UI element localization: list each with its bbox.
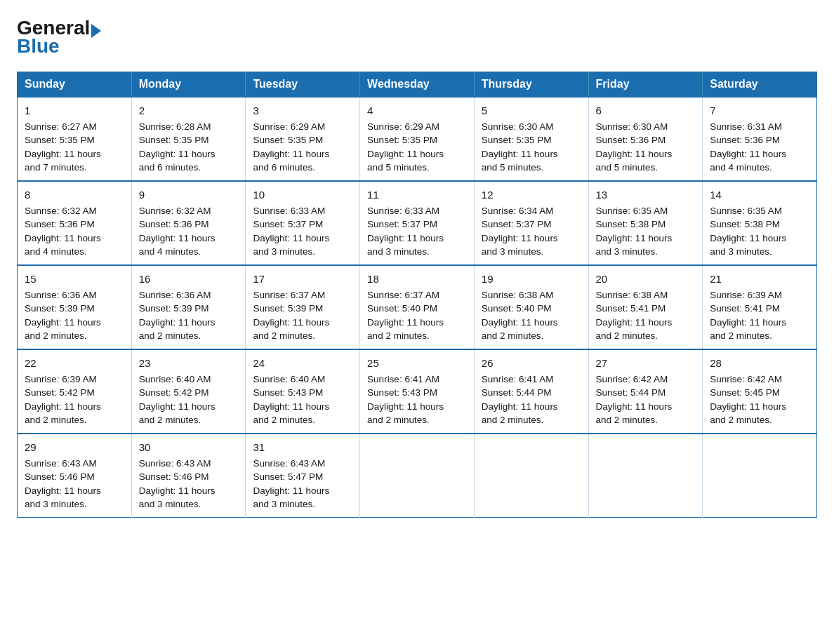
weekday-header-monday: Monday (131, 72, 246, 98)
calendar-cell: 25Sunrise: 6:41 AMSunset: 5:43 PMDayligh… (360, 349, 475, 434)
weekday-header-sunday: Sunday (18, 72, 132, 98)
calendar-cell: 13Sunrise: 6:35 AMSunset: 5:38 PMDayligh… (588, 181, 703, 265)
calendar-cell: 16Sunrise: 6:36 AMSunset: 5:39 PMDayligh… (131, 265, 246, 349)
weekday-header-saturday: Saturday (703, 72, 817, 98)
weekday-header-tuesday: Tuesday (246, 72, 360, 98)
day-number: 28 (710, 356, 809, 371)
calendar-cell (588, 434, 703, 518)
calendar-cell: 30Sunrise: 6:43 AMSunset: 5:46 PMDayligh… (131, 434, 246, 518)
calendar-cell (703, 434, 817, 518)
day-number: 10 (253, 187, 352, 203)
calendar-cell: 23Sunrise: 6:40 AMSunset: 5:42 PMDayligh… (131, 349, 246, 434)
day-number: 15 (25, 271, 124, 287)
day-number: 6 (596, 103, 696, 119)
day-number: 19 (482, 271, 581, 287)
day-number: 16 (139, 271, 239, 287)
day-number: 9 (139, 187, 239, 203)
calendar-cell: 4Sunrise: 6:29 AMSunset: 5:35 PMDaylight… (360, 97, 475, 181)
calendar-cell: 8Sunrise: 6:32 AMSunset: 5:36 PMDaylight… (18, 181, 132, 265)
day-number: 12 (482, 187, 581, 203)
day-number: 3 (253, 103, 352, 119)
day-number: 7 (710, 103, 809, 119)
day-number: 8 (25, 187, 124, 203)
logo-arrow-icon (91, 24, 101, 38)
page-header: General Blue (17, 17, 817, 58)
calendar-cell: 7Sunrise: 6:31 AMSunset: 5:36 PMDaylight… (703, 97, 817, 181)
logo: General Blue (17, 17, 101, 58)
day-number: 23 (139, 356, 239, 371)
weekday-header-thursday: Thursday (474, 72, 588, 98)
calendar-cell: 20Sunrise: 6:38 AMSunset: 5:41 PMDayligh… (588, 265, 703, 349)
day-number: 22 (25, 356, 124, 371)
day-number: 20 (596, 271, 696, 287)
calendar-week-row: 1Sunrise: 6:27 AMSunset: 5:35 PMDaylight… (18, 97, 817, 181)
day-number: 29 (25, 440, 124, 455)
calendar-cell: 3Sunrise: 6:29 AMSunset: 5:35 PMDaylight… (246, 97, 360, 181)
calendar-cell: 14Sunrise: 6:35 AMSunset: 5:38 PMDayligh… (703, 181, 817, 265)
calendar-cell: 24Sunrise: 6:40 AMSunset: 5:43 PMDayligh… (246, 349, 360, 434)
day-number: 26 (482, 356, 581, 371)
calendar-cell: 12Sunrise: 6:34 AMSunset: 5:37 PMDayligh… (474, 181, 588, 265)
calendar-cell (474, 434, 588, 518)
calendar-cell: 1Sunrise: 6:27 AMSunset: 5:35 PMDaylight… (18, 97, 132, 181)
calendar-cell: 26Sunrise: 6:41 AMSunset: 5:44 PMDayligh… (474, 349, 588, 434)
calendar-week-row: 29Sunrise: 6:43 AMSunset: 5:46 PMDayligh… (18, 434, 817, 518)
calendar-cell: 29Sunrise: 6:43 AMSunset: 5:46 PMDayligh… (18, 434, 132, 518)
day-number: 24 (253, 356, 352, 371)
calendar-week-row: 8Sunrise: 6:32 AMSunset: 5:36 PMDaylight… (18, 181, 817, 265)
day-number: 13 (596, 187, 696, 203)
calendar-cell: 6Sunrise: 6:30 AMSunset: 5:36 PMDaylight… (588, 97, 703, 181)
calendar-cell: 2Sunrise: 6:28 AMSunset: 5:35 PMDaylight… (131, 97, 246, 181)
day-number: 2 (139, 103, 239, 119)
day-number: 31 (253, 440, 352, 455)
calendar-cell: 10Sunrise: 6:33 AMSunset: 5:37 PMDayligh… (246, 181, 360, 265)
calendar-week-row: 22Sunrise: 6:39 AMSunset: 5:42 PMDayligh… (18, 349, 817, 434)
calendar-cell: 22Sunrise: 6:39 AMSunset: 5:42 PMDayligh… (18, 349, 132, 434)
calendar-cell: 28Sunrise: 6:42 AMSunset: 5:45 PMDayligh… (703, 349, 817, 434)
weekday-header-row: SundayMondayTuesdayWednesdayThursdayFrid… (18, 72, 817, 98)
weekday-header-wednesday: Wednesday (360, 72, 475, 98)
day-number: 27 (596, 356, 696, 371)
calendar-cell: 31Sunrise: 6:43 AMSunset: 5:47 PMDayligh… (246, 434, 360, 518)
day-number: 30 (139, 440, 239, 455)
calendar-cell: 21Sunrise: 6:39 AMSunset: 5:41 PMDayligh… (703, 265, 817, 349)
day-number: 25 (367, 356, 467, 371)
calendar-cell: 17Sunrise: 6:37 AMSunset: 5:39 PMDayligh… (246, 265, 360, 349)
calendar-cell: 9Sunrise: 6:32 AMSunset: 5:36 PMDaylight… (131, 181, 246, 265)
day-number: 11 (367, 187, 467, 203)
calendar-week-row: 15Sunrise: 6:36 AMSunset: 5:39 PMDayligh… (18, 265, 817, 349)
day-number: 14 (710, 187, 809, 203)
calendar-cell: 27Sunrise: 6:42 AMSunset: 5:44 PMDayligh… (588, 349, 703, 434)
calendar-cell: 5Sunrise: 6:30 AMSunset: 5:35 PMDaylight… (474, 97, 588, 181)
calendar-table: SundayMondayTuesdayWednesdayThursdayFrid… (17, 72, 817, 518)
calendar-cell: 11Sunrise: 6:33 AMSunset: 5:37 PMDayligh… (360, 181, 475, 265)
calendar-cell: 15Sunrise: 6:36 AMSunset: 5:39 PMDayligh… (18, 265, 132, 349)
calendar-cell: 18Sunrise: 6:37 AMSunset: 5:40 PMDayligh… (360, 265, 475, 349)
calendar-cell (360, 434, 475, 518)
day-number: 1 (25, 103, 124, 119)
weekday-header-friday: Friday (588, 72, 703, 98)
day-number: 4 (367, 103, 467, 119)
day-number: 5 (482, 103, 581, 119)
day-number: 21 (710, 271, 809, 287)
day-number: 17 (253, 271, 352, 287)
day-number: 18 (367, 271, 467, 287)
calendar-cell: 19Sunrise: 6:38 AMSunset: 5:40 PMDayligh… (474, 265, 588, 349)
